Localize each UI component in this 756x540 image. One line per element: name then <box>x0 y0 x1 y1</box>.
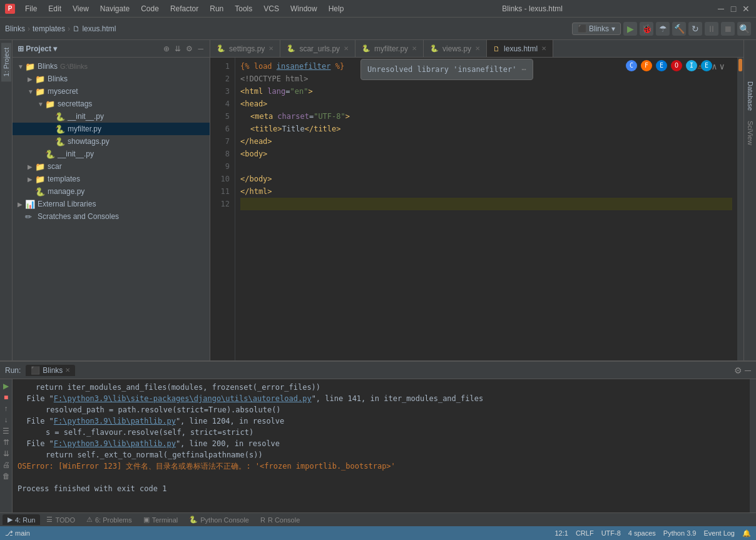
tree-item-root[interactable]: ▼ 📁 Blinks G:\Blinks <box>13 60 210 73</box>
btab-problems[interactable]: ⚠ 6: Problems <box>81 514 137 525</box>
build-button[interactable]: 🔨 <box>672 22 686 36</box>
run-settings-icon[interactable]: ⚙ <box>734 365 742 375</box>
sciview-tab[interactable]: SciView <box>745 117 755 149</box>
tree-item-init2[interactable]: 🐍 __init__.py <box>13 148 210 160</box>
run-up-icon[interactable]: ↑ <box>4 404 8 413</box>
notifications-icon[interactable]: 🔔 <box>742 529 751 537</box>
next-warning-arrow[interactable]: ∨ <box>720 60 725 73</box>
run-trash-icon[interactable]: 🗑 <box>3 472 10 481</box>
btab-r-label: R Console <box>268 516 300 524</box>
close-myfilter-tab[interactable]: ✕ <box>412 45 417 52</box>
tab-views[interactable]: 🐍 views.py ✕ <box>424 40 487 57</box>
new-file-icon[interactable]: ⊕ <box>162 43 171 54</box>
menu-run[interactable]: Run <box>205 3 228 14</box>
reload-button[interactable]: ↻ <box>688 22 702 36</box>
close-button[interactable]: ✕ <box>741 4 751 14</box>
line-ending[interactable]: CRLF <box>576 529 594 537</box>
breadcrumb-file[interactable]: 🗋 lexus.html <box>73 24 116 33</box>
search-everywhere-button[interactable]: 🔍 <box>737 22 751 36</box>
tree-item-external-libs[interactable]: ▶ 📊 External Libraries <box>13 198 210 210</box>
menu-refactor[interactable]: Refactor <box>165 3 203 14</box>
btab-todo[interactable]: ☰ TODO <box>41 514 80 525</box>
run-play-icon[interactable]: ▶ <box>3 382 9 390</box>
git-branch[interactable]: ⎇ main <box>5 529 30 537</box>
menu-code[interactable]: Code <box>136 3 164 14</box>
run-scroll-down-icon[interactable]: ⇊ <box>3 449 9 458</box>
tree-item-scratches[interactable]: ✏ Scratches and Consoles <box>13 210 210 223</box>
tree-item-templates[interactable]: ▶ 📁 templates <box>13 173 210 185</box>
breadcrumb-blinks[interactable]: Blinks <box>5 24 25 33</box>
tree-item-init1[interactable]: 🐍 __init__.py <box>13 110 210 123</box>
console-link-2[interactable]: F:\python3.9\lib\pathlib.py <box>54 417 176 425</box>
menu-help[interactable]: Help <box>324 3 349 14</box>
tooltip-more-icon[interactable]: ⋯ <box>521 63 526 76</box>
indent-info[interactable]: 4 spaces <box>628 529 656 537</box>
menu-tools[interactable]: Tools <box>230 3 257 14</box>
cursor-position[interactable]: 12:1 <box>555 529 568 537</box>
menu-view[interactable]: View <box>68 3 94 14</box>
menu-vcs[interactable]: VCS <box>258 3 284 14</box>
opera-icon[interactable]: O <box>671 60 682 71</box>
console-link-1[interactable]: F:\python3.9\lib\site-packages\django\ut… <box>54 394 312 403</box>
btab-run[interactable]: ▶ 4: Run <box>3 514 40 525</box>
ie-icon[interactable]: I <box>686 60 697 71</box>
tree-item-blinks[interactable]: ▶ 📁 Blinks <box>13 73 210 85</box>
run-print-icon[interactable]: 🖨 <box>3 461 10 469</box>
tab-lexus-html[interactable]: 🗋 lexus.html ✕ <box>487 40 553 57</box>
minimize-button[interactable]: ─ <box>716 4 726 14</box>
console-scrollbar[interactable] <box>750 379 756 512</box>
event-log[interactable]: Event Log <box>703 529 735 537</box>
tree-item-mysecret[interactable]: ▼ 📁 mysecret <box>13 85 210 98</box>
run-button[interactable]: ▶ <box>623 22 637 36</box>
code-editor[interactable]: Unresolved library 'insanefilter' ⋯ {% l… <box>235 58 737 360</box>
minimize-panel-icon[interactable]: ─ <box>745 365 751 375</box>
edge-icon[interactable]: E <box>701 60 712 71</box>
editor-content[interactable]: 12345 678910 1112 Unresolved library 'in… <box>210 58 743 360</box>
tree-item-showtags[interactable]: 🐍 showtags.py <box>13 135 210 148</box>
pause-button[interactable]: ⏸ <box>705 22 718 36</box>
tree-item-scar[interactable]: ▶ 📁 scar <box>13 160 210 173</box>
close-lexus-tab[interactable]: ✕ <box>541 45 546 52</box>
btab-terminal[interactable]: ▣ Terminal <box>138 514 183 525</box>
run-down-icon[interactable]: ↓ <box>4 415 8 424</box>
close-panel-icon[interactable]: ─ <box>197 43 205 54</box>
btab-python-console[interactable]: 🐍 Python Console <box>184 514 254 525</box>
tab-myfilter[interactable]: 🐍 myfilter.py ✕ <box>355 40 424 57</box>
editor-scrollbar[interactable] <box>737 58 743 360</box>
btab-r-console[interactable]: R R Console <box>255 515 305 525</box>
close-views-tab[interactable]: ✕ <box>475 45 480 52</box>
maximize-button[interactable]: □ <box>728 4 738 14</box>
debug-button[interactable]: 🐞 <box>640 22 653 36</box>
menu-navigate[interactable]: Navigate <box>95 3 135 14</box>
close-settings-tab[interactable]: ✕ <box>268 45 273 52</box>
tab-settings-py[interactable]: 🐍 settings.py ✕ <box>210 40 280 57</box>
tab-scar-urls[interactable]: 🐍 scar_urls.py ✕ <box>280 40 355 57</box>
settings-icon[interactable]: ⚙ <box>185 43 194 54</box>
edge-old-icon[interactable]: E <box>656 60 667 71</box>
tree-item-myfilter[interactable]: 🐍 myfilter.py <box>13 123 210 135</box>
console-link-3[interactable]: F:\python3.9\lib\pathlib.py <box>54 439 176 448</box>
database-tab[interactable]: Database <box>745 78 755 115</box>
encoding[interactable]: UTF-8 <box>601 529 621 537</box>
chrome-icon[interactable]: C <box>626 60 637 71</box>
stop-button[interactable]: ⏹ <box>721 22 735 36</box>
tree-item-secrettags[interactable]: ▼ 📁 secrettags <box>13 98 210 110</box>
run-tab-blinks[interactable]: ⬛ Blinks ✕ <box>26 365 75 376</box>
run-scroll-up-icon[interactable]: ⇈ <box>3 438 9 447</box>
tree-item-manage[interactable]: 🐍 manage.py <box>13 185 210 198</box>
close-scar-tab[interactable]: ✕ <box>344 45 349 52</box>
language-info[interactable]: Python 3.9 <box>663 529 697 537</box>
project-tab[interactable]: 1: Project <box>1 43 11 81</box>
menu-window[interactable]: Window <box>285 3 322 14</box>
close-run-tab[interactable]: ✕ <box>65 367 70 374</box>
run-list-icon[interactable]: ☰ <box>3 427 9 436</box>
run-stop-icon[interactable]: ■ <box>4 393 8 402</box>
coverage-button[interactable]: ☂ <box>656 22 670 36</box>
firefox-icon[interactable]: F <box>641 60 652 71</box>
prev-warning-arrow[interactable]: ∧ <box>712 60 717 73</box>
blinks-dropdown[interactable]: ⬛ Blinks ▾ <box>572 23 621 35</box>
breadcrumb-templates[interactable]: templates <box>33 24 65 33</box>
collapse-all-icon[interactable]: ⇊ <box>173 43 182 54</box>
menu-file[interactable]: File <box>20 3 42 14</box>
menu-edit[interactable]: Edit <box>43 3 66 14</box>
